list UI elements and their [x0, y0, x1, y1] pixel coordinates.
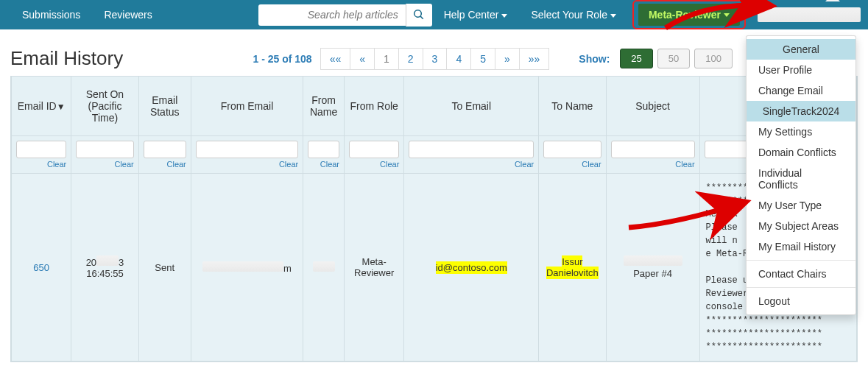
filter-clear[interactable]: Clear	[114, 160, 133, 169]
filter-clear[interactable]: Clear	[675, 160, 694, 169]
top-nav: Submissions Reviewers Help Center Select…	[0, 0, 868, 29]
cell-to-email: id@contoso.com	[404, 174, 539, 361]
cell-from-role: Meta-Reviewer	[345, 174, 404, 361]
column-header-row: Email ID▼ Sent On (Pacific Time) Email S…	[12, 77, 857, 136]
filter-sent-on[interactable]	[76, 141, 133, 158]
menu-my-settings[interactable]: My Settings	[747, 121, 855, 142]
search-bar	[258, 4, 432, 27]
filter-clear[interactable]: Clear	[320, 160, 339, 169]
pager-first[interactable]: ««	[320, 48, 351, 70]
pager-page-2[interactable]: 2	[398, 48, 423, 70]
caret-down-icon	[501, 14, 507, 18]
filter-clear[interactable]: Clear	[47, 160, 66, 169]
col-sent-on[interactable]: Sent On (Pacific Time)	[71, 77, 138, 136]
filter-clear[interactable]: Clear	[582, 160, 601, 169]
cell-status: Sent	[138, 174, 191, 361]
filter-clear[interactable]: Clear	[167, 160, 186, 169]
col-subject[interactable]: Subject	[606, 77, 699, 136]
col-to-name[interactable]: To Name	[539, 77, 606, 136]
menu-individual-conflicts[interactable]: Individual Conflicts	[747, 163, 855, 195]
sort-desc-icon: ▼	[57, 102, 66, 112]
cell-to-name: Issur Danielovitch	[539, 174, 606, 361]
filter-from-name[interactable]	[308, 141, 339, 158]
pager-prev[interactable]: «	[350, 48, 375, 70]
filter-to-name[interactable]	[543, 141, 601, 158]
email-id-link[interactable]: 650	[33, 262, 49, 273]
menu-my-email-history[interactable]: My Email History	[747, 236, 855, 257]
menu-domain-conflicts[interactable]: Domain Conflicts	[747, 142, 855, 163]
nav-submissions[interactable]: Submissions	[10, 1, 92, 28]
menu-user-profile[interactable]: User Profile	[747, 60, 855, 80]
pager: «« « 1 2 3 4 5 » »»	[321, 48, 550, 70]
filter-from-email[interactable]	[196, 141, 298, 158]
meta-reviewer-highlight-box: Meta-Reviewer	[632, 0, 746, 29]
pager-page-5[interactable]: 5	[470, 48, 495, 70]
show-50[interactable]: 50	[657, 49, 690, 68]
result-range: 1 - 25 of 108	[253, 53, 311, 65]
user-area-blurred[interactable]	[758, 4, 861, 26]
filter-from-role[interactable]	[349, 141, 399, 158]
col-email-status[interactable]: Email Status	[138, 77, 191, 136]
menu-separator	[747, 260, 855, 261]
pager-last[interactable]: »»	[519, 48, 550, 70]
col-from-role[interactable]: From Role	[345, 77, 404, 136]
search-button[interactable]	[406, 4, 432, 27]
col-from-email[interactable]: From Email	[191, 77, 303, 136]
page-title: Email History	[10, 47, 123, 70]
show-label: Show:	[579, 53, 610, 65]
col-from-name[interactable]: From Name	[303, 77, 345, 136]
search-icon	[413, 9, 425, 21]
menu-section-general: General	[747, 39, 855, 60]
menu-change-email[interactable]: Change Email	[747, 80, 855, 101]
dropdown-pointer-icon	[825, 0, 840, 1]
menu-separator	[747, 287, 855, 288]
filter-subject[interactable]	[611, 141, 695, 158]
filter-clear[interactable]: Clear	[279, 160, 298, 169]
nav-help-center[interactable]: Help Center	[432, 1, 520, 28]
pager-page-3[interactable]: 3	[423, 48, 448, 70]
show-100[interactable]: 100	[694, 49, 733, 68]
cell-from-email: m	[191, 174, 303, 361]
email-history-grid: Email ID▼ Sent On (Pacific Time) Email S…	[10, 76, 858, 362]
toolbar-row: Email History 1 - 25 of 108 «« « 1 2 3 4…	[0, 29, 868, 76]
meta-reviewer-button[interactable]: Meta-Reviewer	[638, 4, 740, 26]
filter-email-id[interactable]	[16, 141, 66, 158]
caret-down-icon	[610, 14, 616, 18]
pager-next[interactable]: »	[495, 48, 520, 70]
cell-sent-on: 203 16:45:55	[71, 174, 138, 361]
column-filter-row: Clear Clear Clear Clear Clear Clear Clea…	[12, 136, 857, 174]
search-input[interactable]	[258, 4, 406, 26]
filter-clear[interactable]: Clear	[380, 160, 399, 169]
filter-status[interactable]	[144, 141, 186, 158]
user-dropdown-menu: General User Profile Change Email Single…	[746, 35, 856, 315]
cell-subject: Paper #4	[606, 174, 699, 361]
nav-reviewers[interactable]: Reviewers	[92, 1, 163, 28]
filter-clear[interactable]: Clear	[515, 160, 534, 169]
menu-my-subject-areas[interactable]: My Subject Areas	[747, 216, 855, 236]
cell-from-name	[303, 174, 345, 361]
col-email-id[interactable]: Email ID▼	[12, 77, 71, 136]
filter-to-email[interactable]	[409, 141, 534, 158]
caret-down-icon	[724, 13, 730, 17]
menu-contact-chairs[interactable]: Contact Chairs	[747, 264, 855, 284]
menu-section-track: SingleTrack2024	[747, 101, 855, 121]
col-to-email[interactable]: To Email	[404, 77, 539, 136]
menu-my-user-type[interactable]: My User Type	[747, 195, 855, 216]
nav-select-role[interactable]: Select Your Role	[519, 1, 628, 28]
show-25[interactable]: 25	[620, 49, 652, 68]
menu-logout[interactable]: Logout	[747, 291, 855, 311]
pager-page-1[interactable]: 1	[374, 48, 399, 70]
pager-page-4[interactable]: 4	[446, 48, 471, 70]
table-row: 650 203 16:45:55 Sent m Meta-Reviewer id…	[12, 174, 857, 361]
cell-email-id: 650	[12, 174, 71, 361]
